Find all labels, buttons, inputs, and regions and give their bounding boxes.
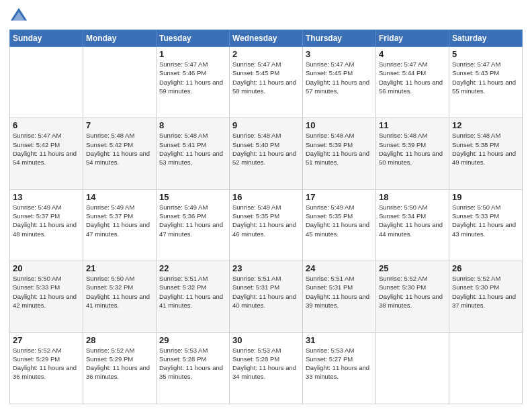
cell-info: Sunrise: 5:47 AM Sunset: 5:44 PM Dayligh…	[379, 60, 446, 95]
cell-info: Sunrise: 5:48 AM Sunset: 5:40 PM Dayligh…	[232, 131, 300, 167]
day-number: 8	[159, 120, 226, 130]
calendar-table: SundayMondayTuesdayWednesdayThursdayFrid…	[9, 30, 523, 404]
calendar-cell	[376, 332, 449, 404]
day-number: 7	[86, 120, 153, 130]
cell-info: Sunrise: 5:50 AM Sunset: 5:33 PM Dayligh…	[452, 203, 519, 238]
day-number: 15	[159, 192, 226, 202]
cell-info: Sunrise: 5:53 AM Sunset: 5:27 PM Dayligh…	[306, 346, 373, 381]
calendar-cell: 9Sunrise: 5:48 AM Sunset: 5:40 PM Daylig…	[230, 118, 303, 189]
calendar-week-4: 20Sunrise: 5:50 AM Sunset: 5:33 PM Dayli…	[10, 261, 523, 332]
calendar-cell: 31Sunrise: 5:53 AM Sunset: 5:27 PM Dayli…	[303, 332, 376, 404]
calendar-cell: 18Sunrise: 5:50 AM Sunset: 5:34 PM Dayli…	[376, 189, 449, 261]
calendar-cell: 13Sunrise: 5:49 AM Sunset: 5:37 PM Dayli…	[10, 189, 83, 261]
logo	[9, 7, 31, 26]
calendar-week-3: 13Sunrise: 5:49 AM Sunset: 5:37 PM Dayli…	[10, 189, 523, 261]
calendar-cell	[83, 47, 157, 118]
cell-info: Sunrise: 5:51 AM Sunset: 5:31 PM Dayligh…	[232, 274, 300, 310]
day-number: 29	[159, 335, 226, 345]
cell-info: Sunrise: 5:52 AM Sunset: 5:30 PM Dayligh…	[452, 274, 519, 310]
day-number: 21	[86, 263, 153, 273]
cell-info: Sunrise: 5:51 AM Sunset: 5:32 PM Dayligh…	[159, 274, 226, 310]
calendar-cell: 27Sunrise: 5:52 AM Sunset: 5:29 PM Dayli…	[10, 332, 83, 404]
cell-info: Sunrise: 5:53 AM Sunset: 5:28 PM Dayligh…	[232, 346, 300, 381]
cell-info: Sunrise: 5:53 AM Sunset: 5:28 PM Dayligh…	[159, 346, 226, 381]
cell-info: Sunrise: 5:48 AM Sunset: 5:38 PM Dayligh…	[452, 131, 519, 167]
calendar-cell: 7Sunrise: 5:48 AM Sunset: 5:42 PM Daylig…	[83, 118, 157, 189]
day-header-monday: Monday	[83, 30, 157, 47]
cell-info: Sunrise: 5:47 AM Sunset: 5:43 PM Dayligh…	[452, 60, 519, 95]
day-number: 26	[452, 263, 519, 273]
day-number: 14	[86, 192, 153, 202]
calendar-week-1: 1Sunrise: 5:47 AM Sunset: 5:46 PM Daylig…	[10, 47, 523, 118]
cell-info: Sunrise: 5:49 AM Sunset: 5:35 PM Dayligh…	[306, 203, 373, 238]
calendar-cell	[449, 332, 523, 404]
calendar-cell: 24Sunrise: 5:51 AM Sunset: 5:31 PM Dayli…	[303, 261, 376, 332]
calendar-cell: 22Sunrise: 5:51 AM Sunset: 5:32 PM Dayli…	[157, 261, 230, 332]
calendar-page: SundayMondayTuesdayWednesdayThursdayFrid…	[0, 0, 532, 411]
day-number: 13	[13, 192, 80, 202]
calendar-week-5: 27Sunrise: 5:52 AM Sunset: 5:29 PM Dayli…	[10, 332, 523, 404]
calendar-cell: 25Sunrise: 5:52 AM Sunset: 5:30 PM Dayli…	[376, 261, 449, 332]
calendar-cell: 3Sunrise: 5:47 AM Sunset: 5:45 PM Daylig…	[303, 47, 376, 118]
calendar-cell: 6Sunrise: 5:47 AM Sunset: 5:42 PM Daylig…	[10, 118, 83, 189]
day-number: 22	[159, 263, 226, 273]
day-header-saturday: Saturday	[449, 30, 523, 47]
calendar-cell: 14Sunrise: 5:49 AM Sunset: 5:37 PM Dayli…	[83, 189, 157, 261]
cell-info: Sunrise: 5:51 AM Sunset: 5:31 PM Dayligh…	[306, 274, 373, 310]
cell-info: Sunrise: 5:49 AM Sunset: 5:36 PM Dayligh…	[159, 203, 226, 238]
calendar-cell: 1Sunrise: 5:47 AM Sunset: 5:46 PM Daylig…	[157, 47, 230, 118]
cell-info: Sunrise: 5:47 AM Sunset: 5:46 PM Dayligh…	[159, 60, 226, 95]
calendar-cell: 10Sunrise: 5:48 AM Sunset: 5:39 PM Dayli…	[303, 118, 376, 189]
cell-info: Sunrise: 5:49 AM Sunset: 5:37 PM Dayligh…	[86, 203, 153, 238]
calendar-cell: 30Sunrise: 5:53 AM Sunset: 5:28 PM Dayli…	[230, 332, 303, 404]
day-number: 6	[13, 120, 80, 130]
cell-info: Sunrise: 5:49 AM Sunset: 5:35 PM Dayligh…	[232, 203, 300, 238]
cell-info: Sunrise: 5:48 AM Sunset: 5:41 PM Dayligh…	[159, 131, 226, 167]
day-number: 25	[379, 263, 446, 273]
day-number: 10	[306, 120, 373, 130]
day-number: 23	[232, 263, 300, 273]
cell-info: Sunrise: 5:49 AM Sunset: 5:37 PM Dayligh…	[13, 203, 80, 238]
day-number: 27	[13, 335, 80, 345]
day-number: 12	[452, 120, 519, 130]
page-header	[9, 7, 523, 26]
cell-info: Sunrise: 5:48 AM Sunset: 5:39 PM Dayligh…	[306, 131, 373, 167]
cell-info: Sunrise: 5:52 AM Sunset: 5:29 PM Dayligh…	[86, 346, 153, 381]
cell-info: Sunrise: 5:47 AM Sunset: 5:42 PM Dayligh…	[13, 131, 80, 167]
day-number: 19	[452, 192, 519, 202]
day-header-thursday: Thursday	[303, 30, 376, 47]
cell-info: Sunrise: 5:47 AM Sunset: 5:45 PM Dayligh…	[306, 60, 373, 95]
day-number: 2	[232, 49, 300, 59]
day-number: 16	[232, 192, 300, 202]
calendar-cell: 19Sunrise: 5:50 AM Sunset: 5:33 PM Dayli…	[449, 189, 523, 261]
calendar-cell: 23Sunrise: 5:51 AM Sunset: 5:31 PM Dayli…	[230, 261, 303, 332]
day-number: 5	[452, 49, 519, 59]
cell-info: Sunrise: 5:50 AM Sunset: 5:32 PM Dayligh…	[86, 274, 153, 310]
cell-info: Sunrise: 5:52 AM Sunset: 5:29 PM Dayligh…	[13, 346, 80, 381]
day-header-wednesday: Wednesday	[230, 30, 303, 47]
day-number: 17	[306, 192, 373, 202]
calendar-week-2: 6Sunrise: 5:47 AM Sunset: 5:42 PM Daylig…	[10, 118, 523, 189]
day-number: 24	[306, 263, 373, 273]
calendar-cell: 28Sunrise: 5:52 AM Sunset: 5:29 PM Dayli…	[83, 332, 157, 404]
calendar-cell: 20Sunrise: 5:50 AM Sunset: 5:33 PM Dayli…	[10, 261, 83, 332]
calendar-cell: 26Sunrise: 5:52 AM Sunset: 5:30 PM Dayli…	[449, 261, 523, 332]
cell-info: Sunrise: 5:50 AM Sunset: 5:33 PM Dayligh…	[13, 274, 80, 310]
calendar-cell: 29Sunrise: 5:53 AM Sunset: 5:28 PM Dayli…	[157, 332, 230, 404]
day-number: 1	[159, 49, 226, 59]
calendar-cell: 16Sunrise: 5:49 AM Sunset: 5:35 PM Dayli…	[230, 189, 303, 261]
day-number: 28	[86, 335, 153, 345]
day-header-sunday: Sunday	[10, 30, 83, 47]
calendar-cell: 21Sunrise: 5:50 AM Sunset: 5:32 PM Dayli…	[83, 261, 157, 332]
calendar-cell: 17Sunrise: 5:49 AM Sunset: 5:35 PM Dayli…	[303, 189, 376, 261]
day-number: 31	[306, 335, 373, 345]
day-number: 3	[306, 49, 373, 59]
calendar-header-row: SundayMondayTuesdayWednesdayThursdayFrid…	[10, 30, 523, 47]
day-number: 18	[379, 192, 446, 202]
day-number: 4	[379, 49, 446, 59]
logo-icon	[9, 7, 28, 26]
day-number: 30	[232, 335, 300, 345]
cell-info: Sunrise: 5:48 AM Sunset: 5:42 PM Dayligh…	[86, 131, 153, 167]
day-header-friday: Friday	[376, 30, 449, 47]
calendar-cell: 15Sunrise: 5:49 AM Sunset: 5:36 PM Dayli…	[157, 189, 230, 261]
